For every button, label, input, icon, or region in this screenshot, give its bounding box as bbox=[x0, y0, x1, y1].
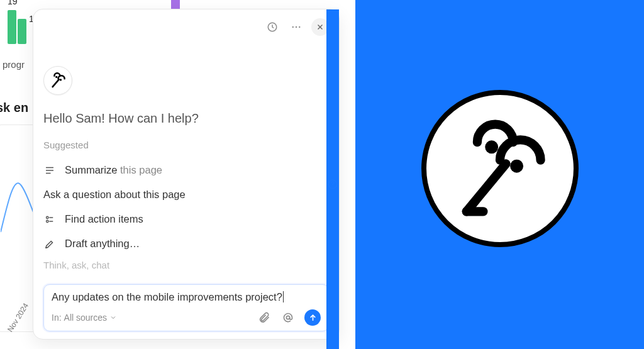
bar-green-2 bbox=[18, 19, 26, 44]
svg-point-12 bbox=[510, 159, 523, 172]
assistant-face-icon bbox=[49, 72, 67, 89]
assistant-face-icon bbox=[440, 109, 560, 228]
lines-icon bbox=[43, 165, 56, 176]
suggestion-label: Summarize this page bbox=[65, 164, 162, 176]
ai-chat-panel: Hello Sam! How can I help? Suggested Sum… bbox=[33, 9, 340, 340]
history-icon bbox=[267, 21, 278, 33]
suggestion-summarize[interactable]: Summarize this page bbox=[43, 158, 329, 182]
more-icon bbox=[291, 21, 302, 33]
chat-input-card: Any updates on the mobile improvements p… bbox=[43, 284, 329, 331]
history-button[interactable] bbox=[264, 18, 281, 36]
scope-value: All sources bbox=[64, 313, 107, 323]
suggestion-label: Find action items bbox=[65, 213, 143, 225]
send-button[interactable] bbox=[304, 309, 321, 326]
mention-button[interactable] bbox=[280, 310, 296, 325]
input-hint: Think, ask, chat bbox=[43, 260, 329, 270]
svg-point-4 bbox=[55, 76, 57, 78]
truncated-heading: sk en bbox=[0, 101, 28, 115]
at-icon bbox=[282, 311, 294, 324]
question-icon bbox=[326, 36, 329, 279]
input-toolbar: In: All sources bbox=[52, 309, 321, 326]
brand-face-logo bbox=[421, 90, 579, 247]
sliders-icon bbox=[43, 214, 56, 225]
svg-point-1 bbox=[292, 26, 294, 28]
svg-point-6 bbox=[328, 180, 329, 189]
svg-point-3 bbox=[299, 26, 300, 28]
greeting-text: Hello Sam! How can I help? bbox=[43, 111, 329, 126]
panel-header bbox=[43, 18, 329, 36]
month-label: Nov 2024 bbox=[6, 301, 30, 333]
paperclip-icon bbox=[258, 311, 270, 324]
scope-prefix: In: bbox=[52, 313, 62, 323]
assistant-avatar bbox=[43, 66, 72, 95]
svg-point-8 bbox=[47, 216, 48, 218]
panel-body: Hello Sam! How can I help? Suggested Sum… bbox=[43, 36, 329, 279]
scope-selector[interactable]: In: All sources bbox=[52, 313, 117, 323]
svg-point-5 bbox=[60, 79, 62, 80]
more-button[interactable] bbox=[287, 18, 305, 36]
bar-value-19: 19 bbox=[8, 0, 18, 6]
text-cursor bbox=[283, 291, 284, 302]
svg-point-11 bbox=[485, 140, 498, 153]
chat-input[interactable]: Any updates on the mobile improvements p… bbox=[52, 291, 321, 303]
suggested-label: Suggested bbox=[43, 140, 329, 150]
pencil-icon bbox=[43, 238, 56, 250]
svg-point-9 bbox=[47, 220, 48, 222]
bar-green-1 bbox=[8, 10, 16, 44]
suggestion-action-items[interactable]: Find action items bbox=[43, 207, 329, 231]
chevron-down-icon bbox=[109, 314, 117, 321]
suggestion-label: Draft anything… bbox=[65, 238, 140, 250]
arrow-up-icon bbox=[308, 313, 318, 323]
promo-panel bbox=[355, 0, 644, 349]
suggestion-label: Ask a question about this page bbox=[43, 189, 186, 201]
suggestion-ask-question[interactable]: Ask a question about this page bbox=[43, 182, 329, 207]
close-icon bbox=[316, 23, 325, 31]
attach-button[interactable] bbox=[257, 310, 272, 325]
chart-partial-label: progr bbox=[3, 59, 25, 70]
suggestion-draft[interactable]: Draft anything… bbox=[43, 231, 329, 256]
svg-point-2 bbox=[296, 26, 297, 28]
